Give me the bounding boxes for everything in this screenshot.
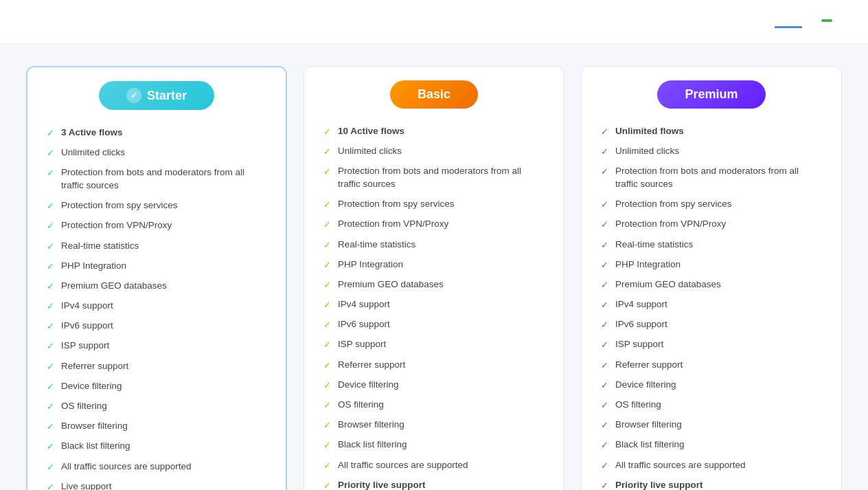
- feature-text: Protection from bots and moderators from…: [338, 165, 545, 191]
- feature-item: ✓Referrer support: [323, 359, 545, 372]
- feature-text: Protection from spy services: [338, 198, 455, 211]
- feature-item: ✓ISP support: [601, 338, 822, 351]
- check-icon: ✓: [47, 361, 54, 373]
- feature-item: ✓Referrer support: [601, 359, 822, 372]
- feature-item: ✓Device filtering: [47, 380, 266, 393]
- check-icon: ✓: [601, 399, 608, 412]
- check-icon: ✓: [47, 320, 54, 333]
- plan-name-basic: Basic: [418, 87, 450, 102]
- feature-item: ✓Premium GEO databases: [601, 278, 822, 291]
- feature-text: PHP Integration: [61, 260, 126, 273]
- feature-text: Priority live support: [338, 479, 426, 490]
- feature-item: ✓IPv4 support: [323, 298, 545, 311]
- feature-item: ✓All traffic sources are supported: [323, 459, 545, 472]
- feature-item: ✓Real-time statistics: [323, 238, 545, 252]
- feature-item: ✓Protection from bots and moderators fro…: [323, 165, 545, 191]
- feature-item: ✓Protection from bots and moderators fro…: [601, 165, 822, 191]
- feature-item: ✓Priority live support: [323, 479, 545, 490]
- check-icon: ✓: [323, 339, 331, 351]
- feature-item: ✓10 Active flows: [323, 125, 545, 138]
- plan-badge-premium: Premium: [657, 80, 765, 109]
- check-icon: ✓: [47, 401, 54, 413]
- check-circle-icon: ✓: [126, 88, 141, 103]
- feature-item: ✓IPv6 support: [601, 318, 822, 331]
- features-list-basic: ✓10 Active flows✓Unlimited clicks✓Protec…: [304, 120, 564, 490]
- feature-item: ✓IPv6 support: [47, 320, 266, 333]
- check-icon: ✓: [601, 379, 608, 392]
- check-icon: ✓: [323, 480, 331, 490]
- feature-text: Unlimited clicks: [61, 146, 125, 159]
- feature-text: Premium GEO databases: [615, 278, 721, 291]
- feature-text: Protection from bots and moderators from…: [61, 166, 266, 192]
- plan-header-premium: Premium: [582, 67, 841, 120]
- feature-text: IPv4 support: [615, 298, 667, 311]
- feature-text: Protection from bots and moderators from…: [615, 165, 822, 191]
- check-icon: ✓: [323, 279, 331, 291]
- feature-item: ✓PHP Integration: [47, 260, 266, 273]
- feature-item: ✓IPv4 support: [47, 300, 266, 313]
- feature-item: ✓Real-time statistics: [47, 240, 266, 253]
- feature-item: ✓Protection from VPN/Proxy: [323, 218, 545, 231]
- feature-text: OS filtering: [615, 399, 661, 412]
- feature-item: ✓All traffic sources are supported: [601, 459, 822, 472]
- feature-text: IPv4 support: [338, 298, 390, 311]
- feature-text: Real-time statistics: [338, 238, 415, 252]
- feature-text: Protection from VPN/Proxy: [338, 218, 448, 231]
- feature-text: ISP support: [615, 338, 663, 351]
- feature-item: ✓Protection from bots and moderators fro…: [47, 166, 266, 192]
- feature-item: ✓IPv4 support: [601, 298, 822, 311]
- check-icon: ✓: [601, 299, 608, 311]
- check-icon: ✓: [47, 127, 54, 140]
- feature-item: ✓Protection from spy services: [601, 198, 822, 211]
- feature-text: Browser filtering: [615, 419, 682, 432]
- check-icon: ✓: [323, 239, 331, 252]
- check-icon: ✓: [601, 439, 608, 452]
- feature-item: ✓ISP support: [47, 339, 266, 353]
- annually-toggle[interactable]: [802, 14, 846, 30]
- check-icon: ✓: [601, 480, 608, 490]
- check-icon: ✓: [47, 260, 54, 273]
- check-icon: ✓: [601, 239, 608, 252]
- feature-item: ✓Unlimited clicks: [47, 146, 266, 159]
- feature-item: ✓Browser filtering: [601, 419, 822, 432]
- feature-item: ✓Premium GEO databases: [323, 278, 545, 291]
- feature-item: ✓Device filtering: [323, 379, 545, 392]
- plan-header-basic: Basic: [304, 67, 564, 120]
- check-icon: ✓: [323, 439, 331, 452]
- check-icon: ✓: [47, 461, 54, 474]
- feature-item: ✓PHP Integration: [323, 258, 545, 271]
- check-icon: ✓: [601, 319, 608, 331]
- check-icon: ✓: [47, 381, 54, 393]
- plans-container: ✓Starter✓3 Active flows✓Unlimited clicks…: [0, 44, 868, 490]
- billing-toggle: [775, 14, 846, 30]
- feature-item: ✓Referrer support: [47, 360, 266, 373]
- feature-text: Live support: [61, 480, 112, 490]
- feature-text: Unlimited flows: [615, 125, 684, 138]
- feature-text: Referrer support: [338, 359, 405, 372]
- check-icon: ✓: [601, 259, 608, 271]
- check-icon: ✓: [323, 166, 331, 178]
- feature-text: ISP support: [338, 338, 386, 351]
- feature-item: ✓Premium GEO databases: [47, 280, 266, 293]
- monthly-toggle[interactable]: [775, 15, 802, 28]
- feature-text: Unlimited clicks: [338, 145, 402, 158]
- feature-text: 3 Active flows: [61, 126, 123, 140]
- feature-text: Protection from VPN/Proxy: [615, 218, 726, 231]
- feature-item: ✓3 Active flows: [47, 126, 266, 140]
- feature-text: IPv6 support: [615, 318, 667, 331]
- feature-text: Protection from spy services: [615, 198, 732, 211]
- feature-text: IPv6 support: [61, 320, 113, 333]
- feature-text: Priority live support: [615, 479, 703, 490]
- check-icon: ✓: [47, 421, 54, 433]
- check-icon: ✓: [601, 126, 608, 138]
- feature-text: Browser filtering: [61, 420, 128, 433]
- plan-name-premium: Premium: [685, 87, 738, 102]
- feature-item: ✓Real-time statistics: [601, 238, 822, 252]
- check-icon: ✓: [47, 300, 54, 313]
- feature-text: Real-time statistics: [61, 240, 139, 253]
- feature-text: Referrer support: [61, 360, 128, 373]
- check-icon: ✓: [323, 419, 331, 432]
- feature-text: ISP support: [61, 339, 109, 353]
- plan-card-starter: ✓Starter✓3 Active flows✓Unlimited clicks…: [26, 66, 287, 490]
- check-icon: ✓: [323, 299, 331, 311]
